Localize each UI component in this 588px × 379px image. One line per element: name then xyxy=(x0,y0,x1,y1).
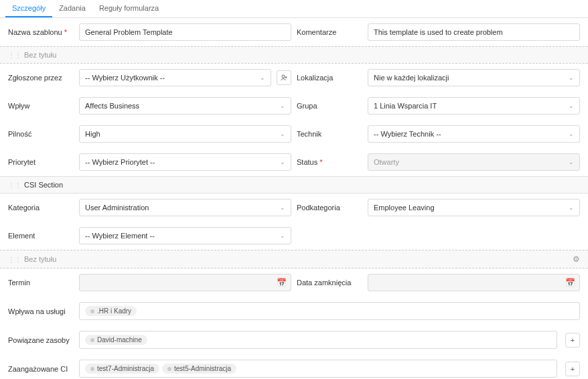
priority-select[interactable]: -- Wybierz Priorytet --⌄ xyxy=(79,153,291,171)
close-date-input[interactable]: 📅 xyxy=(368,274,580,291)
label-technician: Technik xyxy=(297,130,362,138)
section-untitled-2: ⋮⋮ Bez tytułu ⚙ xyxy=(0,250,588,269)
asset-tag[interactable]: David-machine xyxy=(85,335,147,345)
ci-tag[interactable]: test5-Administracja xyxy=(162,364,236,374)
element-select[interactable]: -- Wybierz Element --⌄ xyxy=(79,227,291,244)
tab-form-rules[interactable]: Reguły formularza xyxy=(92,0,165,17)
grip-icon: ⋮⋮ xyxy=(8,181,21,189)
label-subcategory: Podkategoria xyxy=(297,204,362,212)
calendar-icon: 📅 xyxy=(277,278,287,287)
label-priority: Priorytet xyxy=(8,158,74,166)
label-term: Termin xyxy=(8,279,74,287)
category-select[interactable]: User Administration⌄ xyxy=(79,199,291,216)
label-impact: Wpływ xyxy=(8,102,74,110)
label-template-name: Nazwa szablonu xyxy=(8,28,74,36)
chevron-down-icon: ⌄ xyxy=(569,204,574,211)
location-select[interactable]: Nie w każdej lokalizacji⌄ xyxy=(368,69,580,86)
chevron-down-icon: ⌄ xyxy=(569,159,574,165)
status-select[interactable]: Otwarty⌄ xyxy=(368,153,580,171)
gear-icon[interactable]: ⚙ xyxy=(573,254,580,264)
chevron-down-icon: ⌄ xyxy=(280,232,285,239)
template-name-input[interactable]: General Problem Template xyxy=(79,23,291,41)
label-status: Status xyxy=(297,158,362,166)
label-group: Grupa xyxy=(297,102,362,110)
chevron-down-icon: ⌄ xyxy=(260,74,265,81)
label-affects-services: Wpływa na usługi xyxy=(8,307,74,315)
section-csi: ⋮⋮ CSI Section xyxy=(0,176,588,194)
subcategory-select[interactable]: Employee Leaving⌄ xyxy=(368,199,580,216)
label-urgency: Pilność xyxy=(8,130,74,138)
tab-tasks[interactable]: Zadania xyxy=(52,0,92,17)
label-linked-assets: Powiązane zasoby xyxy=(8,336,74,344)
calendar-icon: 📅 xyxy=(565,278,575,287)
group-select[interactable]: 1 Linia Wsparcia IT⌄ xyxy=(368,97,580,115)
reported-by-select[interactable]: -- Wybierz Użytkownik --⌄ xyxy=(79,69,271,86)
ci-tag[interactable]: test7-Administracja xyxy=(85,364,159,374)
affects-services-input[interactable]: .HR i Kadry xyxy=(79,302,580,320)
chevron-down-icon: ⌄ xyxy=(569,131,574,137)
chevron-down-icon: ⌄ xyxy=(280,204,285,211)
label-category: Kategoria xyxy=(8,204,74,212)
section-untitled-1: ⋮⋮ Bez tytułu xyxy=(0,46,588,64)
chevron-down-icon: ⌄ xyxy=(280,159,285,165)
add-ci-button[interactable]: + xyxy=(565,362,580,376)
label-close-date: Data zamknięcia xyxy=(297,279,362,287)
comments-input[interactable]: This template is used to create problem xyxy=(368,23,580,41)
chevron-down-icon: ⌄ xyxy=(280,131,285,137)
svg-point-0 xyxy=(282,75,285,78)
term-date-input[interactable]: 📅 xyxy=(79,274,291,291)
add-asset-button[interactable]: + xyxy=(565,333,580,348)
technician-select[interactable]: -- Wybierz Technik --⌄ xyxy=(368,125,580,143)
grip-icon: ⋮⋮ xyxy=(8,256,21,263)
chevron-down-icon: ⌄ xyxy=(569,102,574,109)
involved-ci-input[interactable]: test7-Administracja test5-Administracja xyxy=(79,360,557,378)
label-comments: Komentarze xyxy=(297,28,362,36)
label-involved-ci: Zaangażowane CI xyxy=(8,365,74,373)
tab-details[interactable]: Szczegóły xyxy=(5,0,52,17)
chevron-down-icon: ⌄ xyxy=(280,102,285,109)
urgency-select[interactable]: High⌄ xyxy=(79,125,291,143)
label-element: Element xyxy=(8,232,74,240)
grip-icon: ⋮⋮ xyxy=(8,52,21,59)
label-location: Lokalizacja xyxy=(297,74,362,82)
add-user-button[interactable] xyxy=(277,70,291,85)
impact-select[interactable]: Affects Business⌄ xyxy=(79,97,291,115)
chevron-down-icon: ⌄ xyxy=(569,74,574,81)
linked-assets-input[interactable]: David-machine xyxy=(79,331,557,349)
service-tag[interactable]: .HR i Kadry xyxy=(85,306,137,316)
label-reported-by: Zgłoszone przez xyxy=(8,74,74,82)
